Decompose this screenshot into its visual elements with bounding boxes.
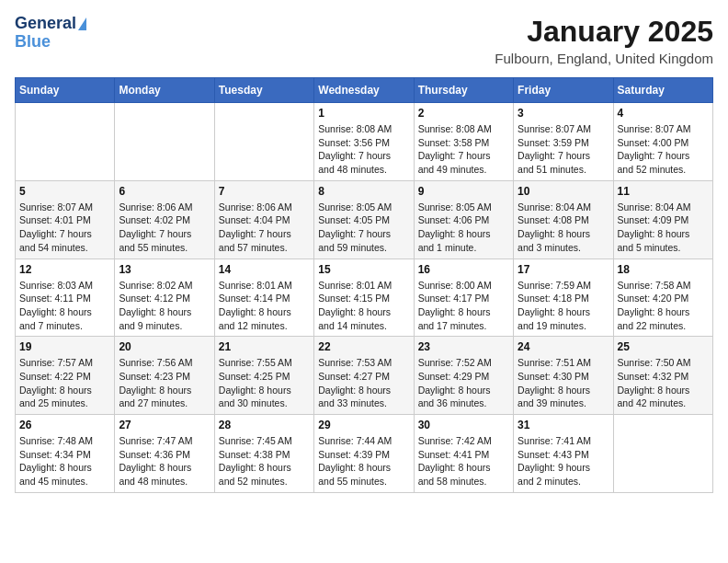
day-number: 14: [219, 263, 310, 276]
day-cell: 21Sunrise: 7:55 AMSunset: 4:25 PMDayligh…: [214, 337, 313, 415]
day-info: Sunrise: 7:47 AMSunset: 4:36 PMDaylight:…: [119, 434, 210, 488]
calendar-subtitle: Fulbourn, England, United Kingdom: [495, 51, 713, 66]
day-number: 20: [119, 340, 210, 353]
day-info: Sunrise: 7:58 AMSunset: 4:20 PMDaylight:…: [618, 279, 709, 333]
day-info: Sunrise: 7:51 AMSunset: 4:30 PMDaylight:…: [518, 356, 609, 410]
day-cell: 10Sunrise: 8:04 AMSunset: 4:08 PMDayligh…: [514, 180, 613, 259]
day-info: Sunrise: 8:01 AMSunset: 4:14 PMDaylight:…: [219, 279, 310, 333]
day-cell: [613, 415, 712, 493]
day-info: Sunrise: 8:00 AMSunset: 4:17 PMDaylight:…: [418, 279, 509, 333]
day-cell: 18Sunrise: 7:58 AMSunset: 4:20 PMDayligh…: [613, 259, 712, 337]
day-info: Sunrise: 8:07 AMSunset: 3:59 PMDaylight:…: [518, 122, 609, 177]
day-cell: 25Sunrise: 7:50 AMSunset: 4:32 PMDayligh…: [613, 337, 712, 415]
day-number: 10: [518, 185, 609, 198]
day-cell: 22Sunrise: 7:53 AMSunset: 4:27 PMDayligh…: [314, 337, 414, 415]
day-number: 17: [518, 263, 609, 276]
day-number: 23: [418, 340, 509, 353]
day-info: Sunrise: 7:42 AMSunset: 4:41 PMDaylight:…: [418, 434, 509, 488]
day-number: 26: [19, 419, 110, 431]
day-header-sunday: Sunday: [16, 78, 115, 103]
day-number: 6: [119, 185, 210, 198]
day-cell: 28Sunrise: 7:45 AMSunset: 4:38 PMDayligh…: [214, 415, 313, 493]
day-info: Sunrise: 8:03 AMSunset: 4:11 PMDaylight:…: [19, 279, 110, 333]
day-info: Sunrise: 7:48 AMSunset: 4:34 PMDaylight:…: [19, 434, 110, 488]
day-number: 27: [119, 419, 210, 431]
day-cell: 23Sunrise: 7:52 AMSunset: 4:29 PMDayligh…: [414, 337, 513, 415]
day-number: 3: [518, 107, 609, 120]
day-info: Sunrise: 7:53 AMSunset: 4:27 PMDaylight:…: [318, 356, 409, 410]
day-info: Sunrise: 8:04 AMSunset: 4:08 PMDaylight:…: [518, 201, 609, 255]
day-number: 31: [518, 419, 609, 431]
day-info: Sunrise: 7:57 AMSunset: 4:22 PMDaylight:…: [19, 356, 110, 410]
week-row-5: 26Sunrise: 7:48 AMSunset: 4:34 PMDayligh…: [16, 415, 713, 493]
day-info: Sunrise: 7:41 AMSunset: 4:43 PMDaylight:…: [518, 434, 609, 488]
day-info: Sunrise: 7:44 AMSunset: 4:39 PMDaylight:…: [318, 434, 409, 488]
day-number: 24: [518, 340, 609, 353]
day-number: 1: [318, 107, 409, 120]
day-number: 4: [618, 107, 709, 120]
day-cell: 4Sunrise: 8:07 AMSunset: 4:00 PMDaylight…: [613, 103, 712, 181]
week-row-2: 5Sunrise: 8:07 AMSunset: 4:01 PMDaylight…: [16, 180, 713, 259]
day-number: 5: [19, 185, 110, 198]
day-cell: 17Sunrise: 7:59 AMSunset: 4:18 PMDayligh…: [514, 259, 613, 337]
day-info: Sunrise: 8:04 AMSunset: 4:09 PMDaylight:…: [618, 201, 709, 255]
day-cell: 7Sunrise: 8:06 AMSunset: 4:04 PMDaylight…: [214, 180, 313, 259]
day-number: 21: [219, 340, 310, 353]
day-info: Sunrise: 8:06 AMSunset: 4:04 PMDaylight:…: [219, 201, 310, 255]
day-info: Sunrise: 7:45 AMSunset: 4:38 PMDaylight:…: [219, 434, 310, 488]
day-info: Sunrise: 8:08 AMSunset: 3:58 PMDaylight:…: [418, 122, 509, 177]
day-cell: 27Sunrise: 7:47 AMSunset: 4:36 PMDayligh…: [115, 415, 214, 493]
day-cell: 16Sunrise: 8:00 AMSunset: 4:17 PMDayligh…: [414, 259, 513, 337]
day-number: 18: [618, 263, 709, 276]
day-number: 11: [618, 185, 709, 198]
day-number: 30: [418, 419, 509, 431]
logo-triangle-icon: [78, 17, 86, 30]
day-number: 15: [318, 263, 409, 276]
day-cell: 13Sunrise: 8:02 AMSunset: 4:12 PMDayligh…: [115, 259, 214, 337]
day-cell: 24Sunrise: 7:51 AMSunset: 4:30 PMDayligh…: [514, 337, 613, 415]
day-info: Sunrise: 8:07 AMSunset: 4:01 PMDaylight:…: [19, 201, 110, 255]
day-number: 8: [318, 185, 409, 198]
day-cell: 30Sunrise: 7:42 AMSunset: 4:41 PMDayligh…: [414, 415, 513, 493]
day-cell: 14Sunrise: 8:01 AMSunset: 4:14 PMDayligh…: [214, 259, 313, 337]
day-info: Sunrise: 8:06 AMSunset: 4:02 PMDaylight:…: [119, 201, 210, 255]
day-info: Sunrise: 8:05 AMSunset: 4:06 PMDaylight:…: [418, 201, 509, 255]
day-cell: 3Sunrise: 8:07 AMSunset: 3:59 PMDaylight…: [514, 103, 613, 181]
day-cell: 12Sunrise: 8:03 AMSunset: 4:11 PMDayligh…: [16, 259, 115, 337]
header-row: SundayMondayTuesdayWednesdayThursdayFrid…: [16, 78, 713, 103]
day-cell: [16, 103, 115, 181]
day-cell: 15Sunrise: 8:01 AMSunset: 4:15 PMDayligh…: [314, 259, 414, 337]
day-header-saturday: Saturday: [613, 78, 712, 103]
page-header: General Blue January 2025 Fulbourn, Engl…: [15, 15, 713, 66]
day-info: Sunrise: 7:56 AMSunset: 4:23 PMDaylight:…: [119, 356, 210, 410]
day-number: 25: [618, 340, 709, 353]
day-cell: 26Sunrise: 7:48 AMSunset: 4:34 PMDayligh…: [16, 415, 115, 493]
day-header-thursday: Thursday: [414, 78, 513, 103]
day-number: 13: [119, 263, 210, 276]
day-info: Sunrise: 8:02 AMSunset: 4:12 PMDaylight:…: [119, 279, 210, 333]
logo-text-line1: General: [15, 15, 76, 33]
calendar-title: January 2025: [495, 15, 713, 49]
week-row-3: 12Sunrise: 8:03 AMSunset: 4:11 PMDayligh…: [16, 259, 713, 337]
day-cell: [214, 103, 313, 181]
day-info: Sunrise: 7:50 AMSunset: 4:32 PMDaylight:…: [618, 356, 709, 410]
day-info: Sunrise: 8:05 AMSunset: 4:05 PMDaylight:…: [318, 201, 409, 255]
logo: General Blue: [15, 15, 86, 52]
day-header-monday: Monday: [115, 78, 214, 103]
day-header-wednesday: Wednesday: [314, 78, 414, 103]
day-header-friday: Friday: [514, 78, 613, 103]
day-number: 7: [219, 185, 310, 198]
day-cell: 8Sunrise: 8:05 AMSunset: 4:05 PMDaylight…: [314, 180, 414, 259]
week-row-1: 1Sunrise: 8:08 AMSunset: 3:56 PMDaylight…: [16, 103, 713, 181]
day-number: 19: [19, 340, 110, 353]
day-number: 29: [318, 419, 409, 431]
day-info: Sunrise: 8:08 AMSunset: 3:56 PMDaylight:…: [318, 122, 409, 177]
day-number: 16: [418, 263, 509, 276]
logo-text-line2: Blue: [15, 33, 51, 52]
day-info: Sunrise: 8:01 AMSunset: 4:15 PMDaylight:…: [318, 279, 409, 333]
day-cell: [115, 103, 214, 181]
day-number: 22: [318, 340, 409, 353]
title-block: January 2025 Fulbourn, England, United K…: [495, 15, 713, 66]
calendar-table: SundayMondayTuesdayWednesdayThursdayFrid…: [15, 77, 713, 493]
day-cell: 19Sunrise: 7:57 AMSunset: 4:22 PMDayligh…: [16, 337, 115, 415]
